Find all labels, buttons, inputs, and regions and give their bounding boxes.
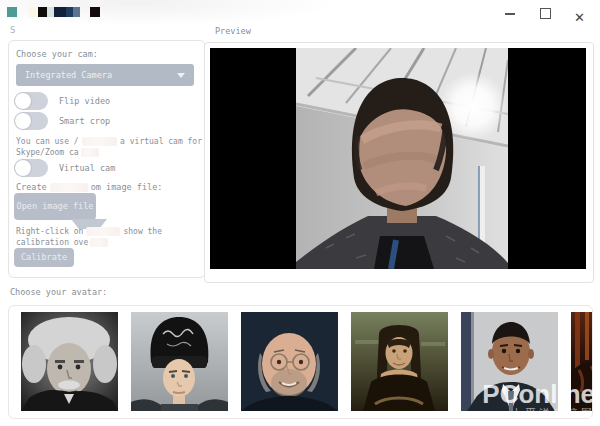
logo-square	[7, 7, 17, 17]
logo-square	[66, 7, 73, 17]
avatar-strip	[8, 305, 593, 419]
erased-region	[82, 137, 117, 146]
choose-avatar-label: Choose your avatar:	[10, 287, 107, 297]
virtual-cam-note: You can use / a virtual cam for Skype/Zo…	[16, 136, 202, 158]
avatar-eminem[interactable]	[131, 312, 228, 411]
toggle-knob	[15, 113, 31, 129]
settings-panel: Choose your cam: Integrated Camera Flip …	[8, 40, 206, 278]
erased-region	[86, 227, 120, 236]
close-button[interactable]: ✕	[574, 7, 586, 19]
camera-select-value: Integrated Camera	[25, 70, 112, 80]
create-avatar-label: Create om image file:	[16, 182, 162, 192]
avatar-obama[interactable]	[461, 312, 558, 411]
chevron-down-icon	[177, 73, 185, 78]
note-text: show the	[123, 226, 162, 237]
maximize-button[interactable]	[539, 7, 551, 19]
erased-region	[81, 148, 99, 157]
avatar-einstein[interactable]	[21, 312, 118, 411]
logo-square	[47, 7, 54, 17]
camera-select[interactable]: Integrated Camera	[16, 64, 194, 86]
logo-squares	[7, 7, 100, 17]
maximize-icon	[540, 8, 551, 19]
virtual-cam-toggle[interactable]	[14, 159, 48, 177]
webcam-preview[interactable]	[210, 48, 586, 269]
minimize-button[interactable]	[504, 7, 516, 19]
app-window: ✕ S Choose your cam: Integrated Camera F…	[0, 0, 600, 426]
choose-cam-label: Choose your cam:	[16, 49, 98, 59]
note-text: calibration ove	[16, 237, 88, 248]
logo-square	[73, 7, 80, 17]
logo-square	[38, 7, 47, 17]
flip-video-toggle[interactable]	[14, 92, 48, 110]
preview-card	[204, 42, 594, 283]
avatar-partial[interactable]	[571, 312, 593, 411]
minimize-icon	[505, 13, 515, 15]
avatar-row	[21, 312, 593, 411]
logo-square	[29, 7, 37, 17]
note-text: om image file:	[91, 182, 163, 192]
note-text: Skype/Zoom ca	[16, 147, 79, 158]
avatar-mona-lisa[interactable]	[351, 312, 448, 411]
flip-video-label: Flip video	[59, 96, 110, 106]
window-controls: ✕	[504, 5, 586, 21]
smart-crop-toggle[interactable]	[14, 112, 48, 130]
note-text: Right-click on	[16, 226, 83, 237]
logo-square	[90, 7, 100, 17]
virtual-cam-label: Virtual cam	[59, 163, 115, 173]
logo-square	[54, 7, 66, 17]
preview-label: Preview	[215, 26, 251, 36]
calibration-note: Right-click on show the calibration ove	[16, 226, 202, 248]
panel-header-fragment: S	[10, 25, 15, 35]
smart-crop-label: Smart crop	[59, 116, 110, 126]
avatar-steve-jobs[interactable]	[241, 312, 338, 411]
toggle-knob	[15, 160, 31, 176]
note-text: a virtual cam for	[120, 136, 202, 147]
note-text: You can use /	[16, 136, 79, 147]
webcam-frame	[296, 48, 508, 269]
toggle-knob	[15, 93, 31, 109]
erased-region	[50, 183, 88, 192]
close-icon: ✕	[574, 10, 585, 25]
calibrate-button[interactable]: Calibrate	[14, 248, 74, 267]
note-text: Create	[16, 182, 47, 192]
erased-region	[90, 238, 108, 247]
open-image-file-button[interactable]: Open image file	[14, 193, 96, 220]
